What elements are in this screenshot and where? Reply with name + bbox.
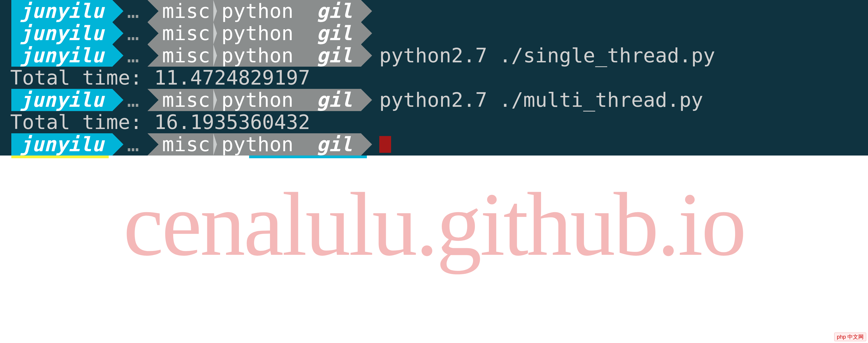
prompt-line: junyilu … misc python gil python2.7 ./si… (0, 45, 868, 67)
prompt-user-segment: junyilu (11, 22, 113, 45)
output-line: Total time: 11.4724829197 (0, 67, 868, 89)
prompt-path-part: python (221, 1, 293, 21)
prompt-path-part: python (221, 46, 293, 65)
prompt-line[interactable]: junyilu … misc python gil (0, 133, 868, 155)
prompt-path-segment: misc python (148, 133, 302, 155)
prompt-path-part: misc (162, 23, 210, 43)
watermark-text: cenalulu.github.io (123, 172, 745, 277)
prompt-path-segment: misc python (148, 22, 302, 45)
output-line: Total time: 16.1935360432 (0, 111, 868, 133)
command-text: python2.7 ./multi_thread.py (361, 89, 703, 111)
command-text: python2.7 ./single_thread.py (361, 45, 715, 67)
prompt-user-segment: junyilu (11, 133, 113, 155)
prompt-path-segment: misc python (148, 89, 302, 111)
prompt-user-segment: junyilu (11, 89, 113, 111)
terminal-window[interactable]: junyilu … misc python gil junyilu … misc… (0, 0, 868, 155)
prompt-line: junyilu … misc python gil (0, 22, 868, 45)
prompt-path-part: python (221, 90, 293, 110)
prompt-path-part: python (221, 135, 293, 154)
underline-accent (11, 155, 109, 158)
prompt-path-segment: misc python (148, 45, 302, 67)
prompt-path-part: misc (162, 1, 210, 21)
prompt-user-segment: junyilu (11, 45, 113, 67)
prompt-line: junyilu … misc python gil (0, 0, 868, 22)
prompt-path-part: python (221, 23, 293, 43)
prompt-user-segment: junyilu (11, 0, 113, 22)
site-badge: php 中文网 (834, 333, 866, 341)
prompt-path-part: misc (162, 90, 210, 110)
prompt-path-segment: misc python (148, 0, 302, 22)
prompt-line: junyilu … misc python gil python2.7 ./mu… (0, 89, 868, 111)
prompt-path-part: misc (162, 46, 210, 65)
terminal-cursor[interactable] (379, 136, 391, 153)
prompt-path-part: misc (162, 135, 210, 154)
underline-accent (249, 155, 367, 158)
